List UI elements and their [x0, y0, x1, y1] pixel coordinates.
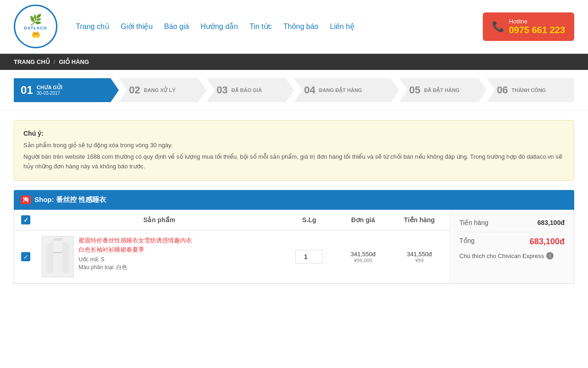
step-1-number: 01	[21, 84, 33, 97]
tien-hang-label: Tiền hàng	[459, 219, 488, 226]
svg-rect-4	[53, 252, 62, 253]
note-line-1: Sản phẩm trong giỏ sẽ tự động xóa trong …	[23, 141, 565, 150]
note-box: Chú ý: Sản phẩm trong giỏ sẽ tự động xóa…	[14, 120, 574, 181]
summary-divider	[459, 232, 565, 232]
row-unit-price: 341,550đ ¥99,000	[337, 230, 389, 283]
svg-marker-1	[46, 241, 53, 273]
step-5: 05 ĐÃ ĐẶT HÀNG	[399, 78, 487, 102]
shop-section: 淘 Shop: 番丝控 性感睡衣 ✓ Sản phẩm S.Lg Đơn giá…	[14, 190, 574, 284]
breadcrumb-bar: TRANG CHỦ / GIỎ HÀNG	[0, 54, 588, 70]
step-6: 06 THÀNH CÔNG	[486, 78, 574, 102]
nav-gioithieu[interactable]: Giới thiệu	[121, 22, 153, 31]
table-row: ✓	[14, 230, 450, 283]
unit-price-vnd: 341,550đ	[342, 251, 384, 258]
unit-price-cny: ¥99,000	[342, 258, 384, 263]
breadcrumb-home[interactable]: TRANG CHỦ	[14, 58, 50, 65]
row-checkbox[interactable]: ✓	[14, 230, 37, 283]
summary-tong-row: Tổng 683,100đ	[459, 237, 565, 247]
nav-huongdan[interactable]: Hướng dẫn	[201, 22, 238, 31]
breadcrumb-current: GIỎ HÀNG	[59, 58, 89, 65]
col-dongia-header: Đơn giá	[337, 210, 389, 230]
cart-table-area: ✓ Sản phẩm S.Lg Đơn giá Tiền hàng ✓	[14, 210, 450, 283]
shop-name: Shop: 番丝控 性感睡衣	[34, 196, 106, 204]
note-line-2: Người bán trên website 1688.com thường c…	[23, 152, 565, 172]
shop-header: 淘 Shop: 番丝控 性感睡衣	[14, 190, 574, 210]
hotline-number: 0975 661 223	[509, 25, 565, 35]
chivican-row: Chú thích cho Chivican Express i	[459, 252, 565, 259]
row-qty	[282, 230, 337, 283]
taobao-badge: 淘	[21, 196, 31, 204]
step-4: 04 ĐANG ĐẶT HÀNG	[294, 78, 399, 102]
steps-section: 01 CHƯA GỬI 30-03-2017 02 ĐANG XỬ LÝ 03 …	[0, 70, 588, 111]
main-nav: Trang chủ Giới thiệu Báo giá Hướng dẫn T…	[76, 22, 483, 31]
nav-baogia[interactable]: Báo giá	[164, 23, 189, 31]
tong-value: 683,100đ	[530, 237, 565, 247]
product-image	[42, 236, 74, 277]
row-total-price: 341,550đ ¥99	[389, 230, 450, 283]
row-product: 蜜愿特价番丝性感睡衣女雪纺诱惑情趣内衣白色长袖衬衫睡裙春夏季 Uốc mã: S…	[37, 230, 282, 283]
step-5-number: 05	[409, 84, 420, 96]
summary-tien-hang-row: Tiền hàng 683,100đ	[459, 219, 565, 226]
step-3: 03 ĐÃ BÁO GIÁ	[206, 78, 294, 102]
tong-label: Tổng	[459, 237, 475, 247]
size-label: Uốc mã:	[79, 256, 101, 263]
size-value: S	[101, 256, 104, 263]
total-price-vnd: 341,550đ	[394, 251, 445, 258]
note-title: Chú ý:	[23, 130, 565, 137]
step-4-label: ĐANG ĐẶT HÀNG	[319, 87, 362, 93]
step-1-label: CHƯA GỬI	[37, 85, 62, 91]
hotline-label: Hotline	[509, 18, 565, 25]
step-6-number: 06	[497, 84, 508, 96]
logo: 🌿 DATLACO 🤲	[14, 5, 57, 48]
svg-marker-2	[62, 241, 69, 273]
col-check: ✓	[14, 210, 37, 230]
col-product-header: Sản phẩm	[37, 210, 282, 230]
product-size: Uốc mã: S	[79, 256, 193, 263]
step-6-label: THÀNH CÔNG	[512, 87, 546, 93]
product-name[interactable]: 蜜愿特价番丝性感睡衣女雪纺诱惑情趣内衣白色长袖衬衫睡裙春夏季	[79, 236, 193, 254]
step-3-number: 03	[216, 84, 227, 96]
col-tienhang-header: Tiền hàng	[389, 210, 450, 230]
svg-rect-3	[53, 241, 62, 273]
step-4-number: 04	[304, 84, 315, 96]
nav-trangchu[interactable]: Trang chủ	[76, 22, 109, 31]
step-2-label: ĐANG XỬ LÝ	[144, 87, 175, 93]
total-price-cny: ¥99	[394, 258, 445, 263]
color-value: 白色	[116, 264, 127, 270]
chivican-label: Chú thích cho Chivican Express	[459, 253, 544, 259]
breadcrumb-separator: /	[54, 58, 56, 65]
nav-lienhe[interactable]: Liên hệ	[330, 22, 355, 31]
col-slg-header: S.Lg	[282, 210, 337, 230]
qty-input[interactable]	[295, 250, 323, 264]
header: 🌿 DATLACO 🤲 Trang chủ Giới thiệu Báo giá…	[0, 0, 588, 54]
cart-content: ✓ Sản phẩm S.Lg Đơn giá Tiền hàng ✓	[14, 210, 574, 284]
product-color: Màu phân loại: 白色	[79, 264, 193, 271]
color-label: Màu phân loại:	[79, 264, 116, 270]
step-2-number: 02	[129, 84, 140, 96]
step-1: 01 CHƯA GỬI 30-03-2017	[14, 78, 119, 102]
cart-summary: Tiền hàng 683,100đ Tổng 683,100đ Chú thí…	[450, 210, 574, 283]
nav-tintuc[interactable]: Tin tức	[249, 22, 272, 31]
step-3-label: ĐÃ BÁO GIÁ	[232, 87, 262, 93]
info-icon[interactable]: i	[546, 252, 554, 259]
select-all-checkbox[interactable]: ✓	[21, 215, 30, 224]
logo-text: DATLACO	[24, 26, 47, 30]
step-5-label: ĐÃ ĐẶT HÀNG	[424, 87, 459, 93]
tien-hang-value: 683,100đ	[537, 219, 565, 226]
step-2: 02 ĐANG XỬ LÝ	[119, 78, 207, 102]
step-1-sub: 30-03-2017	[37, 91, 62, 96]
nav-thongbao[interactable]: Thông báo	[283, 23, 319, 31]
hotline-box: 📞 Hotline 0975 661 223	[483, 12, 574, 41]
phone-icon: 📞	[492, 21, 504, 33]
